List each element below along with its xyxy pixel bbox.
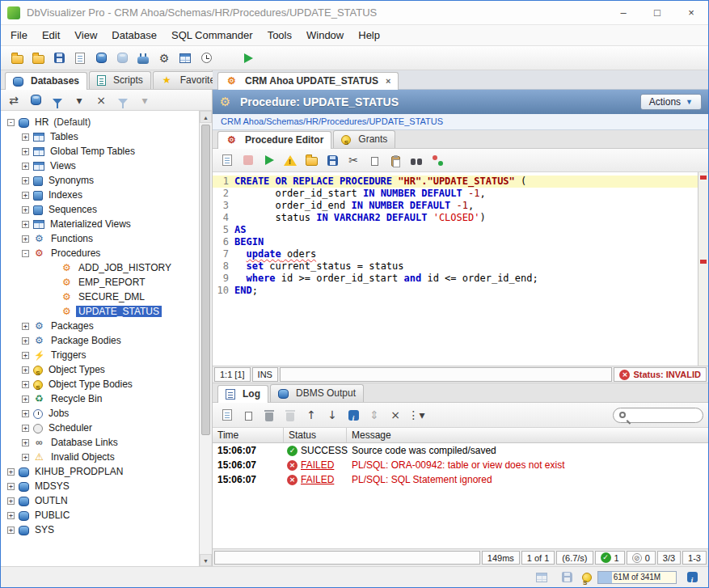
column-header-status[interactable]: Status xyxy=(284,428,347,442)
tree-item[interactable]: + Sequences xyxy=(4,202,199,217)
tree-toggle[interactable]: + xyxy=(22,323,29,330)
log-search[interactable] xyxy=(613,408,703,423)
maximize-button[interactable]: □ xyxy=(640,1,674,24)
tree-toggle[interactable]: + xyxy=(22,148,29,155)
tree-item[interactable]: SECURE_DML xyxy=(4,290,199,304)
tree-item[interactable]: + Triggers xyxy=(4,348,199,362)
tree-toggle[interactable]: + xyxy=(22,163,29,170)
tree-item[interactable]: EMP_REPORT xyxy=(4,275,199,290)
tree-toggle[interactable]: + xyxy=(22,410,29,417)
menu-item[interactable]: Tools xyxy=(261,27,298,44)
search-input[interactable] xyxy=(630,409,698,421)
tree-item[interactable]: UPDATE_STATUS xyxy=(4,304,199,319)
scheduler-icon[interactable] xyxy=(196,49,216,68)
disconnect-db-icon[interactable] xyxy=(112,49,132,68)
tree-toggle[interactable]: + xyxy=(7,527,15,534)
panel-tab[interactable]: Databases xyxy=(5,72,87,90)
tree-toggle[interactable]: + xyxy=(7,512,15,519)
error-stripe[interactable] xyxy=(698,172,708,366)
filter-edit-icon[interactable] xyxy=(113,91,133,110)
connect-db-icon[interactable] xyxy=(91,49,111,68)
tree-item[interactable]: + MDSYS xyxy=(4,479,199,493)
connect-icon[interactable] xyxy=(26,91,45,110)
error-marker[interactable] xyxy=(700,260,707,264)
tree-item[interactable]: + KIHUB_PRODPLAN xyxy=(4,464,199,479)
tree-toggle[interactable]: - xyxy=(7,119,15,126)
menu-item[interactable]: Database xyxy=(105,27,163,44)
scroll-down-icon[interactable]: ▼ xyxy=(200,554,212,566)
paste-icon[interactable] xyxy=(386,150,405,170)
tree-toggle[interactable]: - xyxy=(22,250,29,257)
save-icon[interactable] xyxy=(49,49,69,68)
tree-toggle[interactable]: + xyxy=(22,235,29,243)
menu-item[interactable]: SQL Commander xyxy=(165,27,260,44)
actions-button[interactable]: Actions ▼ xyxy=(640,94,702,110)
tree-item[interactable]: + Package Bodies xyxy=(4,333,199,348)
tree-toggle[interactable]: + xyxy=(22,221,29,228)
error-marker[interactable] xyxy=(700,176,707,180)
save-icon[interactable] xyxy=(323,150,342,170)
tree-toggle[interactable]: + xyxy=(22,337,29,345)
tree-toggle[interactable]: + xyxy=(7,483,15,490)
tree-toggle[interactable]: + xyxy=(7,497,15,505)
tree-toggle[interactable]: + xyxy=(7,468,15,476)
fit-columns-icon[interactable]: ⇕ xyxy=(365,405,384,425)
tree-item[interactable]: + OUTLN xyxy=(4,493,199,508)
tree-item[interactable]: + SYS xyxy=(4,522,199,537)
cut-icon[interactable]: ✂ xyxy=(344,150,363,170)
new-editor-icon[interactable] xyxy=(217,150,237,170)
document-tab[interactable]: CRM Ahoa UPDATE_STATUS × xyxy=(217,72,399,90)
tree-item[interactable]: + Database Links xyxy=(4,435,199,450)
filter-icon[interactable] xyxy=(48,91,67,110)
log-options-icon[interactable]: ⋮▾ xyxy=(407,405,426,425)
tree-item[interactable]: + Recycle Bin xyxy=(4,391,199,406)
memory-gauge[interactable]: 61M of 341M xyxy=(597,571,677,584)
find-icon[interactable] xyxy=(407,150,426,170)
tree-toggle[interactable]: + xyxy=(22,366,29,374)
tree-item[interactable]: + Views xyxy=(4,159,199,173)
panel-tab[interactable]: Scripts xyxy=(89,71,151,89)
export-log-icon[interactable] xyxy=(217,405,237,425)
scroll-bottom-icon[interactable]: ↓ xyxy=(323,405,342,425)
tree-toggle[interactable]: + xyxy=(22,396,29,403)
tree-item[interactable]: + Packages xyxy=(4,319,199,333)
scroll-up-icon[interactable]: ▲ xyxy=(200,111,212,123)
stop-icon[interactable] xyxy=(238,150,258,170)
minimize-button[interactable]: – xyxy=(606,1,640,24)
copy-icon[interactable] xyxy=(365,150,384,170)
menu-item[interactable]: Edit xyxy=(36,27,66,44)
tree-toggle[interactable]: + xyxy=(22,206,29,214)
menu-item[interactable]: Help xyxy=(352,27,386,44)
clear-filter-icon[interactable]: × xyxy=(91,91,111,110)
gc-icon[interactable] xyxy=(682,568,702,587)
filter-caret-icon[interactable]: ▾ xyxy=(70,91,89,110)
scroll-thumb[interactable] xyxy=(201,125,210,435)
delete-entry-icon[interactable] xyxy=(260,405,279,425)
tree-item[interactable]: + Scheduler xyxy=(4,421,199,435)
toolbar-separator[interactable] xyxy=(217,49,237,68)
editor-tab[interactable]: Grants xyxy=(333,130,395,148)
open-bookmark-icon[interactable] xyxy=(7,49,27,68)
scroll-top-icon[interactable]: ↑ xyxy=(302,405,321,425)
tree-toggle[interactable]: + xyxy=(22,352,29,359)
compare-icon[interactable] xyxy=(428,150,447,170)
menu-item[interactable]: File xyxy=(4,27,34,44)
tree-item[interactable]: + Tables xyxy=(4,129,199,144)
code-area[interactable]: 1CREATE OR REPLACE PROCEDURE "HR"."UPDAT… xyxy=(213,172,698,366)
tree-toggle[interactable]: + xyxy=(22,133,29,141)
tree-scrollbar[interactable]: ▲ ▼ xyxy=(199,111,212,566)
new-bookmark-icon[interactable] xyxy=(28,49,48,68)
sync-selection-icon[interactable]: ⇄ xyxy=(4,91,23,110)
execute-icon[interactable] xyxy=(260,150,279,170)
tree-toggle[interactable]: + xyxy=(22,381,29,388)
tree-item[interactable]: ADD_JOB_HISTORY xyxy=(4,260,199,275)
log-row[interactable]: 15:06:07 ×FAILED PL/SQL: ORA-00942: tabl… xyxy=(213,458,708,472)
copy-log-icon[interactable] xyxy=(238,405,258,425)
open-icon[interactable] xyxy=(302,150,321,170)
tree-item[interactable]: + Object Type Bodies xyxy=(4,377,199,391)
close-button[interactable]: × xyxy=(674,1,708,24)
tree-item[interactable]: + Indexes xyxy=(4,188,199,202)
driver-manager-icon[interactable]: ⚙ xyxy=(154,49,174,68)
tree-item[interactable]: + PUBLIC xyxy=(4,508,199,522)
log-row[interactable]: 15:06:07 ✓SUCCESS Source code was compil… xyxy=(213,443,708,458)
